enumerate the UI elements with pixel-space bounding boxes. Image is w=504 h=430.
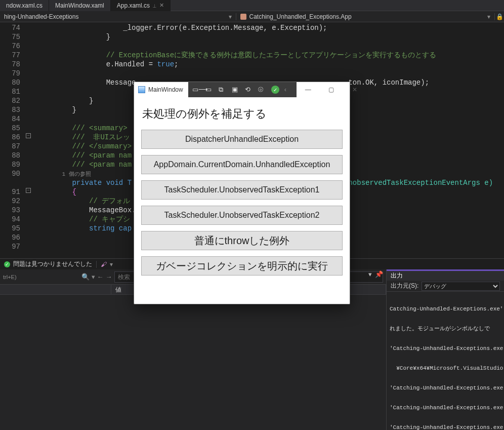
code-text: string cap [25, 224, 132, 232]
col-name[interactable] [0, 285, 111, 294]
line-number: 77 [0, 51, 25, 60]
btn-appdomain-unhandled[interactable]: AppDomain.CurrentDomain.UnhandledExcepti… [141, 155, 343, 174]
line-number: 83 [0, 105, 25, 114]
line-number: 89 [0, 160, 25, 169]
wpf-title-text: MainWindow [148, 86, 183, 93]
nav-type-dropdown[interactable]: Catching_Unhandled_Exceptions.App ▾ [236, 13, 495, 20]
shortcut-hint: trl+E) [3, 274, 17, 280]
chevron-down-icon: ▾ [92, 273, 95, 281]
wpf-titlebar[interactable]: MainWindow ▭⟶ ▭ ⧉ ▣ ⟲ ⦾ ✓ ‹ — ▢ ✕ [134, 82, 350, 97]
pin-icon[interactable]: 📌 [375, 270, 383, 278]
code-doc: /// </summary> [25, 142, 132, 150]
output-title-bar: 出力 [387, 269, 504, 281]
editor-nav-bar: hing-Unhandled-Exceptions ▾ Catching_Unh… [0, 11, 504, 22]
chevron-down-icon: ▾ [110, 261, 113, 268]
code-doc: /// <param nam [25, 151, 132, 160]
btn-normal-throw[interactable]: 普通にthrowした例外 [141, 231, 343, 250]
nav-project-dropdown[interactable]: hing-Unhandled-Exceptions ▾ [0, 13, 236, 20]
binding-icon[interactable]: ⦾ [258, 86, 266, 94]
wpf-main-window: MainWindow ▭⟶ ▭ ⧉ ▣ ⟲ ⦾ ✓ ‹ — ▢ ✕ 未処理の例外… [134, 82, 350, 304]
line-number: 76 [0, 42, 25, 51]
output-line: 'Catching-Unhandled-Exceptions.exe' (C [390, 385, 504, 392]
live-visual-tree-icon[interactable]: ▭⟶ [192, 86, 200, 94]
class-icon [240, 14, 246, 20]
btn-dispatcher-unhandled[interactable]: DispatcherUnhandledException [141, 130, 343, 149]
code-text: _logger.Error(e.Exception.Message, e.Exc… [25, 24, 327, 32]
wpf-body: 未処理の例外を補足する DispatcherUnhandledException… [134, 97, 350, 304]
code-doc: /// <summary> [25, 124, 128, 132]
tab-app-xaml-cs[interactable]: App.xaml.cs ⟂ ✕ [111, 0, 171, 11]
search-icon[interactable]: 🔍 [81, 273, 90, 281]
chevron-down-icon: ▾ [487, 13, 490, 20]
code-text: MessageBox. [25, 206, 136, 214]
chevron-down-icon[interactable]: ▾ [368, 270, 372, 278]
minimize-button[interactable]: — [297, 82, 320, 97]
line-number: 95 [0, 224, 25, 233]
output-line: れました。モジュールがシンボルなしで [390, 326, 504, 332]
error-status[interactable]: ✓ 問題は見つかりませんでした [0, 260, 96, 268]
line-number: 90 [0, 169, 25, 178]
tab-label: ndow.xaml.cs [6, 2, 43, 9]
output-source-select[interactable]: デバッグ [422, 282, 500, 291]
hot-reload-icon[interactable]: ⟲ [245, 86, 253, 94]
codelens-reference[interactable]: 1 個の参照 [25, 171, 91, 177]
line-number-gutter: 74 75 76 77 78 79 80 81 82 83 84 85 86 8… [0, 22, 25, 258]
collapse-icon[interactable]: ‹ [284, 86, 292, 94]
code-doc: /// 非UIスレッ [25, 133, 130, 141]
pin-icon[interactable]: ⟂ [153, 3, 156, 9]
line-number: 78 [0, 60, 25, 69]
line-number: 88 [0, 151, 25, 160]
error-status-text: 問題は見つかりませんでした [13, 260, 92, 268]
nav-project-label: hing-Unhandled-Exceptions [4, 13, 78, 20]
page-heading: 未処理の例外を補足する [141, 104, 343, 124]
line-number: 74 [0, 23, 25, 32]
line-number: 87 [0, 142, 25, 151]
output-line: 'Catching-Unhandled-Exceptions.exe' (C [390, 345, 504, 352]
line-number: 92 [0, 197, 25, 206]
line-number: 82 [0, 96, 25, 105]
btn-taskscheduler-2[interactable]: TaskScheduler.UnobservedTaskException2 [141, 206, 343, 225]
code-text: } [25, 33, 110, 41]
code-text: Message [25, 79, 136, 87]
editor-tabs: ndow.xaml.cs MainWindow.xaml App.xaml.cs… [0, 0, 504, 11]
brush-icon[interactable]: 🖌 [101, 261, 107, 268]
code-comment: // ExceptionBaseに変換できる例外は意図したエラーとしてアプリケー… [25, 51, 436, 59]
line-number: 81 [0, 87, 25, 96]
output-line: ¥Core¥x64¥Microsoft.VisualStudio.Des [390, 365, 504, 372]
tab-mainwindow-xaml[interactable]: MainWindow.xaml [49, 0, 111, 11]
code-text: } [25, 106, 76, 114]
line-number: 93 [0, 206, 25, 215]
btn-force-gc[interactable]: ガベージコレクションを明示的に実行 [141, 256, 343, 276]
close-button[interactable]: ✕ [343, 82, 366, 97]
line-number [0, 178, 25, 187]
chevron-down-icon: ▾ [229, 13, 232, 20]
display-layout-icon[interactable]: ⧉ [219, 86, 227, 94]
code-type: UnobservedTaskExceptionEventArgs e) [344, 179, 493, 187]
maximize-button[interactable]: ▢ [320, 82, 343, 97]
line-number: 85 [0, 124, 25, 133]
close-icon[interactable]: ✕ [159, 2, 164, 9]
code-brace: { [25, 188, 76, 196]
line-number: 96 [0, 233, 25, 242]
track-focus-icon[interactable]: ▣ [232, 86, 240, 94]
select-element-icon[interactable]: ▭ [205, 86, 214, 94]
btn-taskscheduler-1[interactable]: TaskScheduler.UnobservedTaskException1 [141, 180, 343, 200]
nav-type-label: Catching_Unhandled_Exceptions.App [249, 13, 352, 20]
tab-label: App.xaml.cs [117, 2, 150, 9]
line-number: 91 [0, 187, 25, 197]
code-text: e.Handled = [25, 60, 157, 68]
code-text: ; [174, 60, 178, 68]
output-title-text: 出力 [391, 271, 403, 280]
line-number: 97 [0, 242, 25, 251]
line-number: 86 [0, 133, 25, 142]
tab-label: MainWindow.xaml [55, 2, 104, 9]
code-comment: // キャプシ [25, 215, 130, 223]
line-number: 75 [0, 32, 25, 42]
line-number: 80 [0, 78, 25, 87]
code-comment: // デフォル [25, 197, 130, 205]
output-source-label: 出力元(S): [391, 282, 418, 290]
tab-mainwindow-xaml-cs[interactable]: ndow.xaml.cs [0, 0, 49, 11]
window-system-buttons: — ▢ ✕ [297, 82, 366, 97]
line-number: 94 [0, 215, 25, 224]
output-body[interactable]: Catching-Unhandled-Exceptions.exe' (C れま… [387, 292, 504, 430]
